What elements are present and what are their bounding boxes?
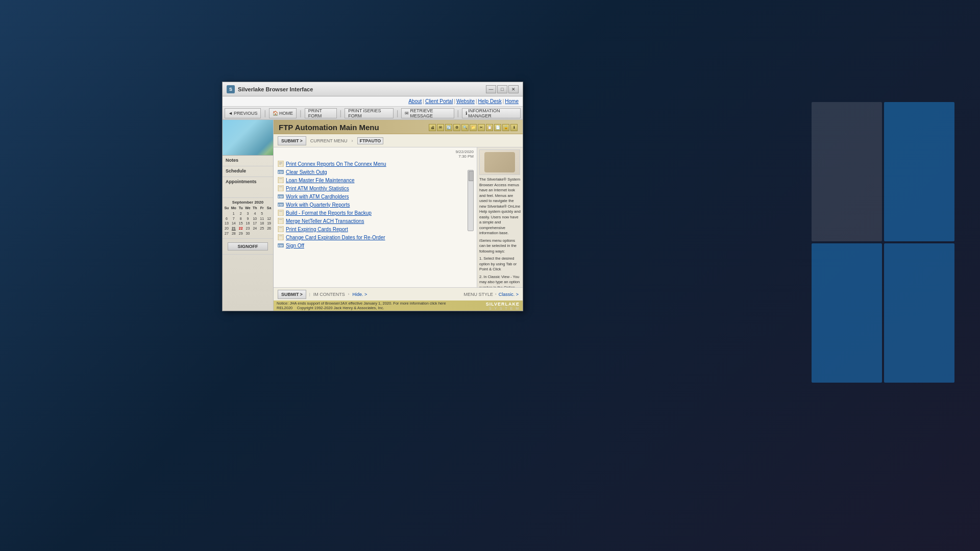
current-menu-arrow: › [352, 138, 353, 143]
change-card-link[interactable]: Change Card Expiration Dates for Re-Orde… [286, 235, 385, 240]
menu-style-arrow-icon: › [495, 292, 497, 296]
info-text-3: 1. Select the desired option by using Ta… [479, 256, 521, 272]
title-bar: S Silverlake Browser Interface — □ ✕ [223, 82, 523, 96]
scrollbar[interactable] [468, 170, 474, 231]
menu-item-work-quarterly[interactable]: FTP Work with Quarterly Reports [277, 201, 467, 209]
menu-item-print-atm[interactable]: Print ATM Monthly Statistics [277, 184, 467, 192]
website-link[interactable]: Website [456, 98, 475, 104]
doc-icon-7 [278, 234, 284, 240]
menu-items-list: Print Connex Reports On The Connex Menu … [277, 160, 467, 249]
menu-item-work-atm[interactable]: FTP Work with ATM Cardholders [277, 192, 467, 201]
menu-icon-6[interactable]: 📁 [470, 124, 477, 131]
signoff-area: SIGNOFF [223, 239, 273, 255]
menu-icon-bar: 🖨 ✉ 🔄 ⚙ 🔍 📁 ✂ 📋 📄 🔒 ℹ [429, 124, 518, 131]
svg-rect-16 [278, 218, 283, 224]
about-link[interactable]: About [408, 98, 422, 104]
menu-icon-3[interactable]: 🔄 [445, 124, 452, 131]
hide-label[interactable]: Hide. > [353, 292, 368, 297]
current-menu-label: CURRENT MENU [310, 138, 348, 143]
menu-item-signoff[interactable]: FTP Sign Off [277, 241, 467, 249]
calendar-week-3: 13 14 15 16 17 18 19 [224, 221, 272, 226]
minimize-button[interactable]: — [486, 85, 496, 93]
build-format-link[interactable]: Build - Format the Reports for Backup [286, 210, 372, 216]
window-controls: — □ ✕ [486, 85, 519, 93]
windows-decoration [812, 102, 954, 383]
signoff-button[interactable]: SIGNOFF [228, 242, 268, 251]
menu-icon-9[interactable]: 📄 [494, 124, 501, 131]
svg-text:FTP: FTP [278, 204, 283, 207]
submit-bar: SUBMIT > CURRENT MENU › FTPAUTO [274, 134, 523, 147]
client-portal-link[interactable]: Client Portal [425, 98, 453, 104]
close-button[interactable]: ✕ [508, 85, 519, 93]
scrollbar-thumb[interactable] [469, 171, 474, 181]
menu-icon-1[interactable]: 🖨 [429, 124, 436, 131]
work-quarterly-link[interactable]: Work with Quarterly Reports [286, 202, 350, 208]
top-links-bar: About | Client Portal | Website | Help D… [223, 96, 523, 107]
svg-rect-6 [278, 177, 283, 183]
footer-area: Notice: JHA ends support of Browser/JAX … [274, 300, 523, 311]
home-link[interactable]: Home [505, 98, 519, 104]
previous-button[interactable]: ◄ PREVIOUS [225, 108, 261, 118]
left-sidebar: Notes Schedule Appointments September 20… [223, 120, 274, 311]
calendar-header: September 2020 [224, 200, 272, 205]
appointments-title: Appointments [226, 179, 270, 184]
menu-title: FTP Automation Main Menu [279, 123, 379, 132]
calendar-week-1: 1 2 3 4 5 [224, 211, 272, 216]
menu-icon-10[interactable]: 🔒 [502, 124, 509, 131]
info-text-2: iSeries menu options can be selected in … [479, 238, 521, 255]
silverlake-brand: SILVERLAKE [486, 302, 520, 307]
footer-copyright: REL2020 Copyright 1992-2020 Jack Henry &… [277, 306, 446, 310]
work-atm-link[interactable]: Work with ATM Cardholders [286, 194, 349, 199]
menu-item-print-connex[interactable]: Print Connex Reports On The Connex Menu [277, 160, 467, 168]
svg-rect-18 [278, 226, 283, 232]
print-iseries-button[interactable]: PRINT iSERIES FORM [345, 108, 394, 118]
calendar-week-2: 6 7 8 9 10 11 12 [224, 216, 272, 221]
info-manager-button[interactable]: ℹ INFORMATION MANAGER [462, 108, 521, 118]
submit-button[interactable]: SUBMIT > [278, 136, 306, 145]
maximize-button[interactable]: □ [497, 85, 507, 93]
calendar-week-5: 27 28 29 30 [224, 231, 272, 236]
menu-item-clear-switch[interactable]: FTP Clear Switch Outg [277, 168, 467, 176]
classic-label[interactable]: Classic. > [499, 292, 519, 297]
menu-item-loan-master[interactable]: Loan Master File Maintenance [277, 176, 467, 184]
print-atm-link[interactable]: Print ATM Monthly Statistics [286, 186, 349, 191]
menu-icon-4[interactable]: ⚙ [453, 124, 460, 131]
merge-netteller-link[interactable]: Merge NetTeller ACH Transactions [286, 218, 364, 224]
print-expiring-link[interactable]: Print Expiring Cards Report [286, 227, 348, 232]
browser-window: S Silverlake Browser Interface — □ ✕ Abo… [222, 82, 523, 311]
scroll-area: Print Connex Reports On The Connex Menu … [277, 160, 474, 249]
doc-icon-5 [278, 218, 284, 224]
menu-icon-11[interactable]: ℹ [510, 124, 518, 131]
menu-item-merge-netteller[interactable]: Merge NetTeller ACH Transactions [277, 217, 467, 225]
win-pane-1 [812, 102, 882, 241]
print-connex-link[interactable]: Print Connex Reports On The Connex Menu [286, 161, 386, 167]
help-desk-link[interactable]: Help Desk [478, 98, 502, 104]
bottom-submit-button[interactable]: SUBMIT > [278, 290, 306, 299]
svg-text:FTP: FTP [278, 195, 283, 198]
calendar-section: September 2020 Su Mo Tu We Th Fr Sa [223, 198, 273, 239]
desktop: S Silverlake Browser Interface — □ ✕ Abo… [0, 0, 980, 551]
footer-left: Notice: JHA ends support of Browser/JAX … [277, 301, 446, 310]
menu-item-print-expiring[interactable]: Print Expiring Cards Report [277, 225, 467, 233]
menu-icon-5[interactable]: 🔍 [461, 124, 469, 131]
doc-icon [278, 161, 284, 167]
menu-item-build-format[interactable]: Build - Format the Reports for Backup [277, 209, 467, 217]
menu-icon-7[interactable]: ✂ [478, 124, 485, 131]
loan-master-link[interactable]: Loan Master File Maintenance [286, 178, 355, 183]
main-content-area: Notes Schedule Appointments September 20… [223, 120, 523, 311]
svg-rect-0 [278, 161, 283, 167]
info-panel: The Silverlake® System Browser Access me… [477, 147, 523, 287]
footer-notice: Notice: JHA ends support of Browser/JAX … [277, 301, 446, 306]
signoff-link[interactable]: Sign Off [286, 243, 304, 248]
menu-icon-2[interactable]: ✉ [437, 124, 444, 131]
menu-icon-8[interactable]: 📋 [486, 124, 493, 131]
menu-item-change-card[interactable]: Change Card Expiration Dates for Re-Orde… [277, 233, 467, 241]
print-form-button[interactable]: PRINT FORM [305, 108, 337, 118]
clear-switch-link[interactable]: Clear Switch Outg [286, 169, 327, 175]
main-toolbar: ◄ PREVIOUS | 🏠 HOME | PRINT FORM | PRINT… [223, 107, 523, 120]
home-button[interactable]: 🏠 HOME [269, 108, 297, 118]
doc-icon-2 [278, 177, 284, 183]
calendar-grid: Su Mo Tu We Th Fr Sa 1 2 3 [224, 206, 272, 236]
retrieve-message-button[interactable]: ✉ RETRIEVE MESSAGE [401, 108, 454, 118]
sidebar-photo [223, 120, 273, 156]
